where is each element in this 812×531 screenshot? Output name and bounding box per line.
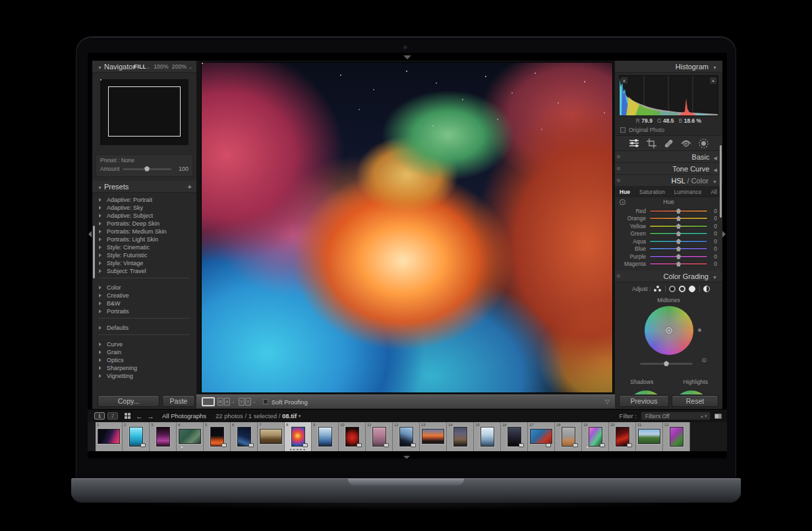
expand-arrow-icon[interactable] <box>99 294 102 297</box>
highlights-circle-icon[interactable] <box>689 286 695 292</box>
original-photo-checkbox[interactable] <box>620 127 625 133</box>
shadows-circle-icon[interactable] <box>669 286 676 292</box>
target-adjust-icon[interactable] <box>620 199 625 205</box>
shadow-clipping-icon[interactable]: ▲ <box>621 77 627 84</box>
expand-arrow-icon[interactable] <box>99 350 102 354</box>
filmstrip-thumbnail-cell[interactable]: 11 <box>366 422 393 451</box>
filmstrip-thumbnail-cell[interactable]: 15 <box>474 422 501 451</box>
thumbnail-image[interactable] <box>638 429 660 444</box>
preset-item-label[interactable]: Style: Vintage <box>92 259 196 267</box>
midtones-color-wheel[interactable] <box>645 306 693 355</box>
hsl-color-header[interactable]: HSL / Color ▼ <box>615 175 722 187</box>
go-back-arrow-icon[interactable]: ← <box>136 412 143 420</box>
expand-arrow-icon[interactable] <box>99 222 102 226</box>
previous-button[interactable]: Previous <box>619 395 669 407</box>
thumbnail-badge-icon[interactable] <box>303 443 308 447</box>
midtones-luminance-slider[interactable] <box>640 363 693 365</box>
slider-thumb[interactable] <box>664 361 669 366</box>
presets-header[interactable]: ▼ Presets + <box>92 181 196 193</box>
preset-item-label[interactable]: Portraits: Deep Skin <box>92 220 196 228</box>
navigator-preview[interactable] <box>100 79 188 145</box>
preset-item[interactable]: Sharpening <box>92 364 196 372</box>
hsl-slider-thumb[interactable] <box>676 208 681 214</box>
grid-view-icon[interactable] <box>125 413 130 419</box>
paste-button[interactable]: Paste <box>162 395 195 407</box>
photo-canvas[interactable] <box>201 62 613 393</box>
hsl-slider-track[interactable] <box>649 255 708 258</box>
preset-item-label[interactable]: Vignetting <box>92 372 196 380</box>
hsl-slider-track[interactable] <box>649 263 708 265</box>
amount-slider-thumb[interactable] <box>144 166 150 172</box>
loupe-view-icon[interactable] <box>202 397 215 406</box>
preset-item[interactable]: Portraits: Light Skin <box>92 235 196 243</box>
preset-item[interactable]: Style: Vintage <box>92 259 196 267</box>
preset-item[interactable]: Curve <box>92 340 196 348</box>
healing-brush-icon[interactable] <box>664 139 674 148</box>
thumbnail-image[interactable] <box>179 429 201 444</box>
preset-item-label[interactable]: Creative <box>92 292 196 299</box>
dropdown-caret-icon[interactable]: ⌄ <box>252 399 256 404</box>
thumbnail-image[interactable] <box>318 427 332 447</box>
tone-curve-header[interactable]: Tone Curve ◀ <box>615 163 722 175</box>
thumbnail-image[interactable] <box>530 429 552 444</box>
filmstrip-thumbnail-cell[interactable]: 18 <box>555 422 582 451</box>
filmstrip-thumbnail-cell[interactable]: 20 <box>609 422 636 451</box>
thumbnail-badge-icon[interactable] <box>627 443 632 447</box>
zoom-fit-button[interactable]: FILL <box>134 63 146 70</box>
hsl-slider-thumb[interactable] <box>676 246 681 251</box>
preset-item[interactable]: Color <box>92 284 196 292</box>
go-forward-arrow-icon[interactable]: → <box>147 412 154 420</box>
preset-item[interactable]: Portraits: Deep Skin <box>92 220 196 228</box>
thumbnail-badge-icon[interactable] <box>384 443 389 447</box>
amount-slider[interactable] <box>123 168 171 170</box>
filter-dropdown[interactable]: Filters Off ▲▼ <box>641 412 710 420</box>
eye-icon[interactable]: ⊙ <box>701 357 707 363</box>
filmstrip-thumbnail-cell[interactable]: 5 <box>204 422 231 451</box>
hsl-slider-track[interactable] <box>649 232 708 235</box>
navigator-header[interactable]: ▼ Navigator FILL⌄ 100% 200% ⌄ <box>92 61 196 73</box>
hsl-slider-thumb[interactable] <box>676 224 681 229</box>
hsl-slider-thumb[interactable] <box>676 239 681 244</box>
preset-item[interactable]: Style: Cinematic <box>92 243 196 251</box>
filmstrip-thumbnail-cell[interactable]: 17 <box>528 422 555 451</box>
filmstrip-source[interactable]: All Photographs <box>162 412 206 420</box>
preset-item-label[interactable]: Portraits: Medium Skin <box>92 228 196 235</box>
thumbnail-image[interactable] <box>98 429 120 444</box>
color-grading-header[interactable]: Color Grading ▼ <box>615 270 722 282</box>
hsl-tab[interactable]: Luminance <box>670 187 707 197</box>
expand-arrow-icon[interactable] <box>99 342 102 346</box>
preset-item[interactable]: Optics <box>92 356 196 364</box>
hsl-slider-track[interactable] <box>649 240 708 243</box>
preset-item-label[interactable]: Curve <box>92 340 196 348</box>
expand-arrow-icon[interactable] <box>99 301 102 305</box>
filmstrip-thumbnail-cell[interactable]: 6 <box>231 422 258 451</box>
preset-item[interactable]: Defaults <box>92 324 196 332</box>
thumbnail-badge-icon[interactable] <box>411 443 416 447</box>
survey-view-icon[interactable]: YY <box>239 398 251 406</box>
filmstrip-thumbnail-cell[interactable]: 12 <box>393 422 420 451</box>
histogram-graph[interactable]: ▲ ▲ <box>619 75 718 116</box>
preset-item-label[interactable]: Sharpening <box>92 364 196 372</box>
hsl-slider-thumb[interactable] <box>676 261 681 266</box>
main-window-button[interactable]: 1 <box>94 412 105 420</box>
filmstrip-thumbnail-cell[interactable]: 9 <box>312 422 339 451</box>
hsl-slider-track[interactable] <box>649 217 708 220</box>
color-wheel-puck[interactable] <box>666 327 672 334</box>
preset-item-label[interactable]: Adaptive: Sky <box>92 204 196 212</box>
filmstrip-filename[interactable]: 08.tif <box>282 412 297 420</box>
preset-item-label[interactable]: Optics <box>92 356 196 364</box>
thumbnail-badge-icon[interactable] <box>248 443 254 447</box>
edit-sliders-icon[interactable] <box>629 139 639 148</box>
filmstrip-thumbnail-cell[interactable]: 21 <box>636 422 663 451</box>
copy-button[interactable]: Copy... <box>98 395 160 407</box>
thumbnail-image[interactable] <box>480 427 494 447</box>
expand-arrow-icon[interactable] <box>99 366 102 370</box>
thumbnail-badge-icon[interactable] <box>519 443 524 447</box>
thumbnail-badge-icon[interactable] <box>140 443 146 447</box>
filmstrip-thumbnail-cell[interactable]: 4 <box>177 422 204 451</box>
preset-item[interactable]: Subject: Travel <box>92 267 196 275</box>
preset-item-label[interactable]: Portraits: Light Skin <box>92 235 196 243</box>
filmstrip-thumbnail-cell[interactable]: 13 <box>420 422 447 451</box>
filmstrip-thumbnail-cell[interactable]: 22 <box>663 422 690 451</box>
basic-header[interactable]: Basic ◀ <box>615 151 722 163</box>
